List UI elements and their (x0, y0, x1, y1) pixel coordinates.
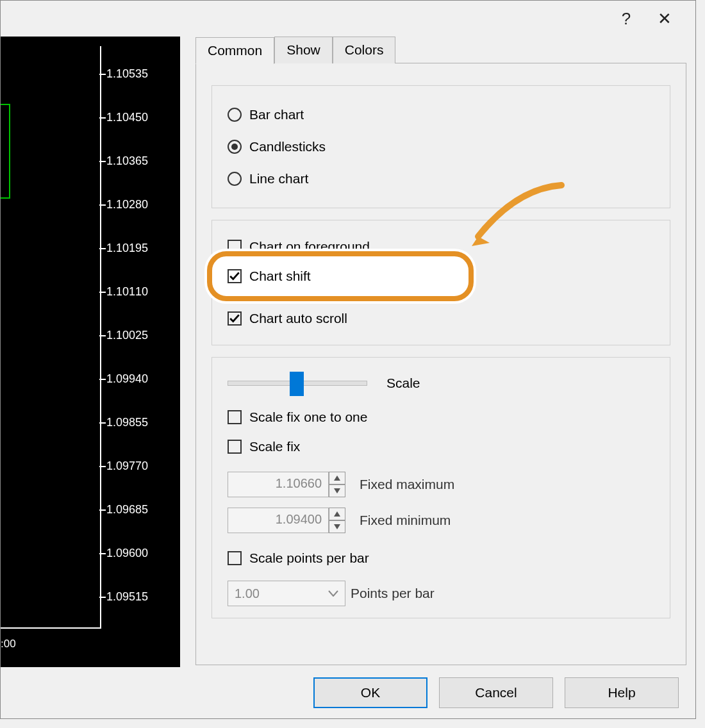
annotation-arrow-icon (465, 182, 568, 252)
x-tick: :00 (1, 638, 16, 650)
check-scale-fix[interactable]: Scale fix (228, 432, 654, 461)
radio-label: Bar chart (249, 107, 304, 122)
ppb-label: Points per bar (351, 586, 435, 601)
spinner-up-icon[interactable] (329, 472, 345, 484)
y-tick: 1.10110 (106, 285, 148, 299)
y-tick: 1.10365 (106, 154, 148, 168)
y-tick: 1.09600 (106, 547, 148, 560)
check-scale-ppb[interactable]: Scale points per bar (228, 543, 654, 573)
y-tick: 1.09855 (106, 416, 148, 429)
fixed-max-label: Fixed maximum (360, 477, 454, 492)
slider-thumb[interactable] (290, 372, 304, 396)
help-button[interactable]: Help (565, 677, 679, 708)
scale-slider[interactable] (228, 381, 367, 386)
radio-label: Line chart (249, 171, 308, 186)
spinner-down-icon[interactable] (329, 520, 345, 533)
check-label: Chart shift (249, 269, 311, 284)
y-tick: 1.10195 (106, 242, 148, 255)
chevron-down-icon (328, 590, 338, 597)
chart-preview: 1.105351.104501.103651.102801.101951.101… (1, 37, 180, 667)
tab-show[interactable]: Show (274, 37, 333, 63)
fixed-min-label: Fixed minimum (360, 513, 451, 528)
fixed-max-input[interactable]: 1.10660 (228, 472, 329, 497)
spinner-down-icon[interactable] (329, 484, 345, 497)
help-icon[interactable]: ? (607, 6, 645, 31)
fixed-min-input[interactable]: 1.09400 (228, 508, 329, 533)
chart-options-group: Chart on foreground Chart shift Chart au… (212, 220, 670, 345)
radio-label: Candlesticks (249, 139, 326, 154)
y-tick: 1.10535 (106, 67, 148, 81)
check-chart-shift[interactable]: Chart shift (228, 261, 654, 291)
scale-group: Scale Scale fix one to one Scale fix 1.1… (212, 357, 670, 618)
check-label: Scale fix one to one (249, 410, 367, 425)
close-icon[interactable]: ✕ (645, 6, 684, 31)
cancel-button[interactable]: Cancel (439, 677, 553, 708)
y-tick: 1.10450 (106, 111, 148, 124)
ppb-combo[interactable]: 1.00 (228, 581, 345, 606)
titlebar: ? ✕ (1, 1, 695, 37)
y-tick: 1.09940 (106, 372, 148, 386)
y-tick: 1.10280 (106, 198, 148, 211)
properties-dialog: ? ✕ 1.105351.104501.103651.102801.101951… (0, 0, 696, 719)
y-tick: 1.10025 (106, 329, 148, 342)
combo-value: 1.00 (235, 586, 260, 601)
check-label: Scale points per bar (249, 550, 369, 566)
y-tick: 1.09685 (106, 503, 148, 517)
check-scale-fix-one[interactable]: Scale fix one to one (228, 402, 654, 432)
radio-line-chart[interactable]: Line chart (228, 164, 654, 194)
candlestick-icon (1, 104, 10, 199)
spinner-up-icon[interactable] (329, 508, 345, 520)
tab-colors[interactable]: Colors (333, 37, 396, 63)
scale-label: Scale (386, 376, 420, 391)
chart-type-group: Bar chart Candlesticks Line chart (212, 85, 670, 208)
y-tick: 1.09770 (106, 459, 148, 473)
check-label: Chart auto scroll (249, 311, 347, 326)
radio-candlesticks[interactable]: Candlesticks (228, 132, 654, 161)
tab-common[interactable]: Common (195, 37, 274, 64)
check-label: Scale fix (249, 439, 300, 454)
ok-button[interactable]: OK (313, 677, 427, 708)
radio-bar-chart[interactable]: Bar chart (228, 100, 654, 129)
y-tick: 1.09515 (106, 590, 148, 604)
check-chart-autoscroll[interactable]: Chart auto scroll (228, 304, 654, 333)
